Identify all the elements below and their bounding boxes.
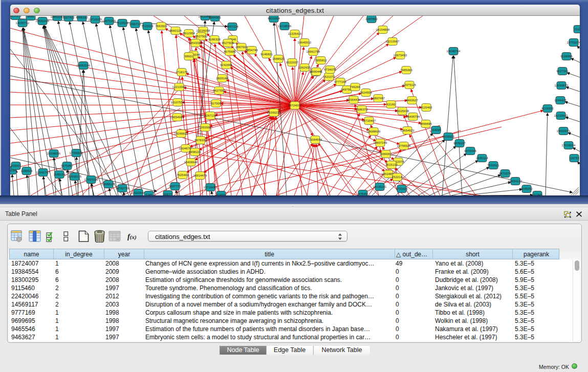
svg-text:7663822: 7663822: [155, 25, 167, 28]
svg-text:6734078: 6734078: [324, 68, 336, 71]
svg-text:9115460: 9115460: [420, 106, 432, 109]
svg-text:16914479: 16914479: [193, 174, 207, 177]
svg-text:1244415: 1244415: [554, 99, 567, 102]
svg-text:3267130: 3267130: [204, 114, 216, 117]
svg-text:10025438: 10025438: [396, 110, 409, 113]
svg-text:15751074: 15751074: [567, 41, 580, 44]
svg-text:9242848: 9242848: [220, 63, 232, 67]
svg-text:9527508: 9527508: [222, 41, 234, 45]
svg-text:9427552: 9427552: [213, 89, 225, 92]
svg-text:8912954: 8912954: [183, 32, 195, 35]
svg-text:12975115: 12975115: [403, 83, 416, 86]
svg-text:20691406: 20691406: [36, 19, 50, 23]
svg-text:9899695: 9899695: [420, 122, 432, 125]
svg-text:10958107: 10958107: [102, 183, 116, 186]
svg-text:15720407: 15720407: [362, 119, 376, 122]
svg-text:7986372: 7986372: [356, 108, 368, 111]
svg-text:7515526: 7515526: [141, 25, 154, 28]
svg-text:1066712: 1066712: [129, 23, 141, 26]
svg-text:7485063: 7485063: [400, 69, 412, 72]
svg-text:8813054: 8813054: [268, 17, 280, 20]
svg-text:16961758: 16961758: [307, 50, 320, 53]
svg-text:11325419: 11325419: [288, 32, 301, 35]
svg-text:19218596: 19218596: [278, 25, 292, 28]
svg-text:11124: 11124: [574, 28, 580, 31]
svg-text:15716485: 15716485: [204, 186, 217, 189]
svg-text:8675685: 8675685: [224, 50, 236, 53]
svg-text:12213967: 12213967: [386, 40, 400, 43]
svg-text:19166825: 19166825: [175, 132, 188, 135]
svg-text:8854749: 8854749: [246, 49, 258, 52]
svg-text:9084067: 9084067: [380, 152, 392, 156]
svg-text:17957223: 17957223: [84, 178, 98, 181]
svg-text:6879197: 6879197: [453, 142, 466, 145]
svg-text:8186328: 8186328: [208, 38, 221, 41]
svg-text:1733426: 1733426: [396, 187, 408, 190]
svg-text:9527500: 9527500: [195, 35, 207, 38]
svg-text:98901: 98901: [185, 55, 193, 58]
svg-text:9129966: 9129966: [560, 55, 573, 58]
svg-text:12213369: 12213369: [172, 85, 186, 89]
svg-text:14136141: 14136141: [373, 185, 387, 188]
svg-text:9886: 9886: [27, 16, 34, 18]
svg-text:18807249: 18807249: [374, 141, 387, 144]
svg-text:10807487: 10807487: [372, 97, 385, 100]
svg-text:16210643: 16210643: [554, 114, 568, 117]
svg-text:9245052: 9245052: [520, 187, 533, 190]
svg-text:13654923: 13654923: [401, 129, 415, 132]
svg-text:9975867: 9975867: [61, 164, 73, 167]
svg-text:2803144: 2803144: [216, 77, 228, 80]
svg-text:20206556: 20206556: [47, 152, 61, 155]
svg-text:2087682: 2087682: [365, 17, 378, 20]
svg-text:164095: 164095: [431, 128, 441, 132]
svg-text:8938923: 8938923: [442, 135, 454, 138]
svg-text:8984370: 8984370: [10, 16, 21, 17]
svg-text:16782759: 16782759: [116, 187, 129, 190]
svg-text:917006: 917006: [211, 102, 221, 105]
svg-text:2935114: 2935114: [476, 157, 488, 160]
svg-text:26053346: 26053346: [77, 64, 91, 67]
svg-text:9227341: 9227341: [556, 70, 569, 73]
svg-text:8990448: 8990448: [310, 70, 322, 73]
svg-text:7857224: 7857224: [226, 25, 238, 28]
svg-text:7515526: 7515526: [116, 21, 128, 25]
svg-text:19384554: 19384554: [309, 138, 322, 141]
svg-text:1588520: 1588520: [272, 57, 285, 60]
svg-text:62160: 62160: [387, 103, 396, 106]
svg-text:25300233: 25300233: [267, 111, 281, 114]
svg-text:9474444: 9474444: [464, 149, 476, 152]
svg-text:116753: 116753: [569, 157, 579, 160]
svg-text:1621072: 1621072: [323, 75, 335, 78]
svg-text:2718176: 2718176: [176, 71, 188, 74]
svg-text:10973493: 10973493: [394, 54, 407, 57]
svg-text:12923448: 12923448: [132, 191, 145, 194]
svg-text:16640910: 16640910: [298, 41, 312, 44]
svg-text:19654983: 19654983: [170, 116, 184, 119]
svg-text:3624554: 3624554: [360, 91, 372, 94]
svg-text:252214: 252214: [392, 176, 402, 179]
svg-text:10756928: 10756928: [397, 144, 411, 147]
svg-text:6966160: 6966160: [76, 16, 88, 19]
svg-text:7625402: 7625402: [177, 173, 189, 177]
svg-text:8660124: 8660124: [169, 29, 182, 32]
svg-text:746266: 746266: [350, 85, 360, 89]
svg-text:9498222: 9498222: [189, 150, 201, 154]
svg-text:13226058: 13226058: [197, 29, 210, 32]
svg-text:12942757: 12942757: [36, 171, 50, 174]
svg-text:9064301: 9064301: [209, 16, 221, 19]
svg-text:17016504: 17016504: [562, 144, 576, 147]
svg-text:8471676: 8471676: [499, 172, 511, 175]
svg-text:10654122: 10654122: [509, 180, 522, 183]
svg-text:16648764: 16648764: [447, 50, 461, 53]
svg-text:7632621: 7632621: [487, 164, 499, 167]
svg-text:16495794: 16495794: [406, 115, 420, 118]
svg-text:15409948: 15409948: [184, 161, 198, 164]
svg-text:15692971: 15692971: [557, 129, 571, 133]
svg-text:1145194: 1145194: [53, 173, 65, 176]
svg-text:9777169: 9777169: [334, 80, 346, 83]
svg-text:9463627: 9463627: [406, 99, 418, 102]
svg-text:18724007: 18724007: [288, 104, 302, 107]
svg-text:20364436: 20364436: [347, 98, 361, 101]
svg-text:12093873: 12093873: [555, 84, 569, 87]
svg-text:16543382: 16543382: [189, 41, 203, 45]
